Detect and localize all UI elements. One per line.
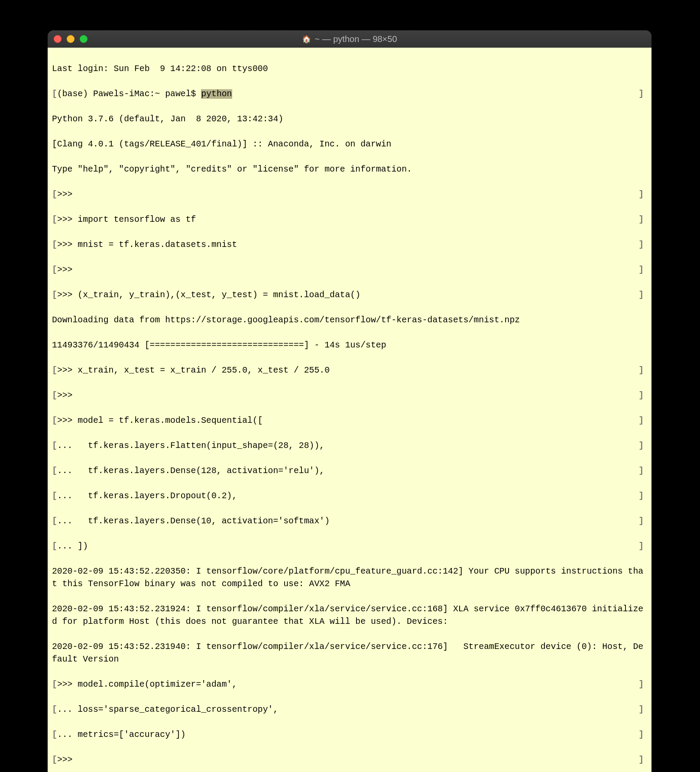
output-line: 2020-02-09 15:43:52.220350: I tensorflow… [52, 565, 647, 590]
output-line: 11493376/11490434 [=====================… [52, 339, 647, 352]
repl-line: [>>> model = tf.keras.models.Sequential(… [52, 415, 647, 427]
repl-line: [>>> (x_train, y_train),(x_test, y_test)… [52, 289, 647, 302]
terminal-window: 🏠 ~ — python — 98×50 Last login: Sun Feb… [48, 30, 651, 772]
repl-line: [>>> x_train, x_test = x_train / 255.0, … [52, 364, 647, 377]
output-line: Downloading data from https://storage.go… [52, 314, 647, 327]
repl-line: [>>> ] [52, 754, 647, 766]
output-line: Last login: Sun Feb 9 14:22:08 on ttys00… [52, 63, 647, 75]
repl-line: [... tf.keras.layers.Dense(10, activatio… [52, 515, 647, 528]
output-line: [Clang 4.0.1 (tags/RELEASE_401/final)] :… [52, 138, 647, 151]
repl-line: [>>> mnist = tf.keras.datasets.mnist] [52, 239, 647, 251]
repl-line: [... tf.keras.layers.Dropout(0.2),] [52, 490, 647, 503]
repl-line: [>>> ] [52, 389, 647, 402]
shell-prompt: [(base) Pawels-iMac:~ pawel$ python] [52, 88, 647, 101]
repl-line: [... loss='sparse_categorical_crossentro… [52, 704, 647, 716]
repl-line: [>>> import tensorflow as tf] [52, 214, 647, 226]
repl-line: [... tf.keras.layers.Dense(128, activati… [52, 465, 647, 477]
repl-line: [... ])] [52, 540, 647, 553]
repl-line: [... metrics=['accuracy'])] [52, 729, 647, 741]
output-line: 2020-02-09 15:43:52.231940: I tensorflow… [52, 641, 647, 666]
traffic-lights [54, 35, 88, 43]
minimize-icon[interactable] [67, 35, 75, 43]
zoom-icon[interactable] [80, 35, 88, 43]
repl-line: [... tf.keras.layers.Flatten(input_shape… [52, 440, 647, 452]
repl-line: [>>> model.compile(optimizer='adam',] [52, 678, 647, 691]
prompt-prefix: (base) Pawels-iMac:~ pawel$ [57, 89, 201, 99]
repl-line: [>>> ] [52, 188, 647, 201]
close-icon[interactable] [54, 35, 62, 43]
repl-line: [>>> ] [52, 264, 647, 276]
prompt-command: python [201, 89, 232, 99]
output-line: Type "help", "copyright", "credits" or "… [52, 163, 647, 176]
home-icon: 🏠 [302, 35, 311, 44]
window-title-text: ~ — python — 98×50 [314, 34, 397, 44]
window-title: 🏠 ~ — python — 98×50 [48, 34, 651, 44]
titlebar[interactable]: 🏠 ~ — python — 98×50 [48, 30, 651, 48]
output-line: 2020-02-09 15:43:52.231924: I tensorflow… [52, 603, 647, 628]
terminal-body[interactable]: Last login: Sun Feb 9 14:22:08 on ttys00… [48, 48, 651, 772]
output-line: Python 3.7.6 (default, Jan 8 2020, 13:42… [52, 113, 647, 126]
